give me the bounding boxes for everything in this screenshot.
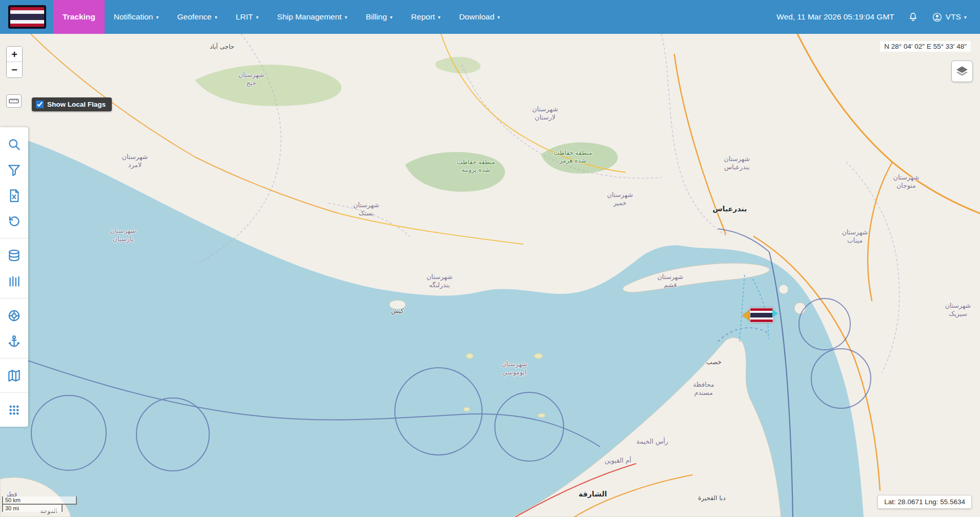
- anchorage-tool-button[interactable]: [0, 328, 28, 354]
- thailand-flag-icon: [750, 308, 773, 323]
- caret-down-icon: ▾: [497, 14, 500, 20]
- nav-item-download[interactable]: Download▾: [450, 0, 509, 34]
- nav-item-billing[interactable]: Billing▾: [356, 0, 402, 34]
- excel-file-icon: [7, 189, 21, 203]
- show-local-flags-toggle[interactable]: Show Local Flags: [32, 97, 112, 111]
- latlng-display: Lat: 28.0671 Lng: 55.5634: [877, 495, 972, 509]
- brand-logo[interactable]: [0, 0, 53, 34]
- nav-item-geofence[interactable]: Geofence▾: [168, 0, 226, 34]
- scale-mi: 30 mi: [2, 504, 63, 512]
- vessel-marker-thailand[interactable]: [743, 308, 773, 323]
- nav-item-notification[interactable]: Notification▾: [105, 0, 168, 34]
- datetime-display: Wed, 11 Mar 2026 05:19:04 GMT: [776, 12, 894, 22]
- measure-tool-button[interactable]: [6, 94, 22, 108]
- map-base: [0, 34, 980, 517]
- ruler-icon: [8, 97, 19, 105]
- filter-tool-button[interactable]: [0, 157, 28, 183]
- caret-down-icon: ▾: [256, 14, 258, 20]
- nav-item-lrit[interactable]: LRIT▾: [227, 0, 268, 34]
- density-bars-tool-button[interactable]: [0, 268, 28, 294]
- caret-down-icon: ▾: [345, 14, 347, 20]
- caret-down-icon: ▾: [964, 14, 967, 20]
- map-scale-control: 50 km 30 mi: [2, 496, 77, 512]
- map-tools-sidebar: [0, 127, 28, 427]
- map-icon: [7, 369, 21, 383]
- life-ring-icon: [7, 309, 21, 323]
- filter-icon: [7, 163, 21, 177]
- zoom-out-button[interactable]: −: [7, 62, 22, 77]
- export-excel-tool-button[interactable]: [0, 183, 28, 208]
- search-icon: [7, 137, 21, 151]
- show-local-flags-label: Show Local Flags: [47, 101, 106, 108]
- bell-icon: [908, 12, 918, 23]
- user-menu-button[interactable]: VTS ▾: [932, 12, 967, 23]
- vessel-course-arrow-icon: [772, 309, 778, 317]
- nav-item-ship-management[interactable]: Ship Management▾: [268, 0, 356, 34]
- caret-down-icon: ▾: [390, 14, 393, 20]
- show-local-flags-checkbox[interactable]: [36, 101, 44, 108]
- top-navbar: Tracking Notification▾ Geofence▾ LRIT▾ S…: [0, 0, 980, 34]
- map-canvas[interactable]: حاجی آبادشهرستان خنجشهرستان لارستانمنطقه…: [0, 34, 980, 517]
- cluster-icon: [7, 403, 21, 417]
- nav-item-tracking[interactable]: Tracking: [53, 0, 105, 34]
- cursor-coordinates-display: N 28° 04' 02" E 55° 33' 48": [880, 41, 971, 52]
- bars-icon: [7, 274, 21, 288]
- notifications-bell-button[interactable]: [908, 12, 918, 23]
- search-tool-button[interactable]: [0, 131, 28, 157]
- cluster-tool-button[interactable]: [0, 397, 28, 423]
- main-menu: Tracking Notification▾ Geofence▾ LRIT▾ S…: [53, 0, 509, 34]
- zoom-control: + −: [6, 46, 23, 78]
- user-label: VTS: [946, 12, 961, 22]
- caret-down-icon: ▾: [438, 14, 441, 20]
- map-style-tool-button[interactable]: [0, 363, 28, 388]
- zoom-in-button[interactable]: +: [7, 47, 22, 62]
- caret-down-icon: ▾: [156, 14, 158, 20]
- database-icon: [7, 249, 21, 263]
- thai-flag-logo: [8, 5, 46, 29]
- safety-tool-button[interactable]: [0, 303, 28, 328]
- basemap-layers-button[interactable]: [951, 61, 973, 82]
- caret-down-icon: ▾: [215, 14, 217, 20]
- data-layers-tool-button[interactable]: [0, 243, 28, 268]
- nav-item-report[interactable]: Report▾: [402, 0, 450, 34]
- replay-icon: [7, 214, 21, 228]
- user-icon: [932, 12, 943, 23]
- navbar-right: Wed, 11 Mar 2026 05:19:04 GMT VTS ▾: [776, 0, 980, 34]
- anchor-icon: [7, 334, 21, 348]
- layers-icon: [955, 65, 969, 78]
- replay-tool-button[interactable]: [0, 208, 28, 234]
